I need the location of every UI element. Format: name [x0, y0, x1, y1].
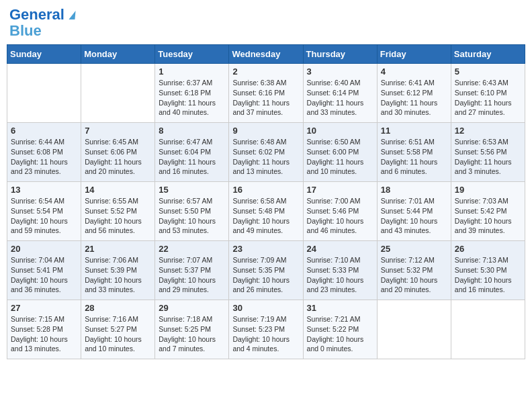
- calendar-cell: 19Sunrise: 7:03 AM Sunset: 5:42 PM Dayli…: [451, 182, 525, 241]
- calendar-cell: 7Sunrise: 6:45 AM Sunset: 6:06 PM Daylig…: [81, 123, 155, 182]
- day-number: 23: [232, 244, 299, 254]
- day-info: Sunrise: 6:44 AM Sunset: 6:08 PM Dayligh…: [11, 137, 77, 177]
- day-info: Sunrise: 7:06 AM Sunset: 5:39 PM Dayligh…: [85, 255, 151, 295]
- day-number: 18: [381, 185, 447, 195]
- calendar-table: SundayMondayTuesdayWednesdayThursdayFrid…: [7, 44, 525, 359]
- day-number: 28: [85, 303, 151, 313]
- day-number: 26: [455, 244, 521, 254]
- day-number: 9: [232, 126, 299, 136]
- calendar-cell: 3Sunrise: 6:40 AM Sunset: 6:14 PM Daylig…: [303, 64, 377, 123]
- day-info: Sunrise: 6:54 AM Sunset: 5:54 PM Dayligh…: [11, 196, 77, 236]
- calendar-cell: 1Sunrise: 6:37 AM Sunset: 6:18 PM Daylig…: [155, 64, 229, 123]
- week-row-2: 6Sunrise: 6:44 AM Sunset: 6:08 PM Daylig…: [7, 123, 525, 182]
- day-number: 27: [11, 303, 77, 313]
- calendar-cell: 10Sunrise: 6:50 AM Sunset: 6:00 PM Dayli…: [303, 123, 377, 182]
- header-day-friday: Friday: [377, 45, 451, 64]
- calendar-cell: [81, 64, 155, 123]
- day-number: 1: [159, 66, 225, 77]
- calendar-cell: 18Sunrise: 7:01 AM Sunset: 5:44 PM Dayli…: [377, 182, 451, 241]
- calendar-cell: 16Sunrise: 6:58 AM Sunset: 5:48 PM Dayli…: [229, 182, 303, 241]
- calendar-cell: 8Sunrise: 6:47 AM Sunset: 6:04 PM Daylig…: [155, 123, 229, 182]
- day-info: Sunrise: 6:45 AM Sunset: 6:06 PM Dayligh…: [85, 137, 151, 177]
- calendar-cell: 15Sunrise: 6:57 AM Sunset: 5:50 PM Dayli…: [155, 182, 229, 241]
- calendar-cell: 27Sunrise: 7:15 AM Sunset: 5:28 PM Dayli…: [7, 300, 81, 359]
- day-info: Sunrise: 6:47 AM Sunset: 6:04 PM Dayligh…: [159, 137, 225, 177]
- calendar-cell: 24Sunrise: 7:10 AM Sunset: 5:33 PM Dayli…: [303, 241, 377, 300]
- day-info: Sunrise: 6:37 AM Sunset: 6:18 PM Dayligh…: [159, 78, 225, 118]
- calendar-cell: 22Sunrise: 7:07 AM Sunset: 5:37 PM Dayli…: [155, 241, 229, 300]
- day-number: 17: [307, 185, 373, 195]
- day-number: 11: [381, 126, 447, 136]
- day-info: Sunrise: 7:07 AM Sunset: 5:37 PM Dayligh…: [159, 255, 225, 295]
- calendar-cell: 25Sunrise: 7:12 AM Sunset: 5:32 PM Dayli…: [377, 241, 451, 300]
- day-info: Sunrise: 6:48 AM Sunset: 6:02 PM Dayligh…: [232, 137, 299, 177]
- calendar-cell: 4Sunrise: 6:41 AM Sunset: 6:12 PM Daylig…: [377, 64, 451, 123]
- header-day-wednesday: Wednesday: [229, 45, 303, 64]
- header-row: SundayMondayTuesdayWednesdayThursdayFrid…: [7, 45, 525, 64]
- day-number: 24: [307, 244, 373, 254]
- day-number: 12: [455, 126, 521, 136]
- calendar-cell: 2Sunrise: 6:38 AM Sunset: 6:16 PM Daylig…: [229, 64, 303, 123]
- day-info: Sunrise: 6:58 AM Sunset: 5:48 PM Dayligh…: [232, 196, 299, 236]
- day-number: 19: [455, 185, 521, 195]
- day-info: Sunrise: 6:55 AM Sunset: 5:52 PM Dayligh…: [85, 196, 151, 236]
- week-row-5: 27Sunrise: 7:15 AM Sunset: 5:28 PM Dayli…: [7, 300, 525, 359]
- day-number: 8: [159, 126, 225, 136]
- day-info: Sunrise: 7:19 AM Sunset: 5:23 PM Dayligh…: [232, 314, 299, 354]
- day-info: Sunrise: 7:03 AM Sunset: 5:42 PM Dayligh…: [455, 196, 521, 236]
- day-info: Sunrise: 6:50 AM Sunset: 6:00 PM Dayligh…: [307, 137, 373, 177]
- page-header: General Blue: [7, 7, 525, 39]
- calendar-cell: 21Sunrise: 7:06 AM Sunset: 5:39 PM Dayli…: [81, 241, 155, 300]
- calendar-cell: [7, 64, 81, 123]
- calendar-cell: 12Sunrise: 6:53 AM Sunset: 5:56 PM Dayli…: [451, 123, 525, 182]
- day-info: Sunrise: 6:43 AM Sunset: 6:10 PM Dayligh…: [455, 78, 521, 118]
- day-number: 3: [307, 66, 373, 77]
- day-info: Sunrise: 6:40 AM Sunset: 6:14 PM Dayligh…: [307, 78, 373, 118]
- day-info: Sunrise: 6:57 AM Sunset: 5:50 PM Dayligh…: [159, 196, 225, 236]
- day-number: 15: [159, 185, 225, 195]
- calendar-cell: 26Sunrise: 7:13 AM Sunset: 5:30 PM Dayli…: [451, 241, 525, 300]
- day-info: Sunrise: 6:38 AM Sunset: 6:16 PM Dayligh…: [232, 78, 299, 118]
- day-number: 10: [307, 126, 373, 136]
- day-number: 20: [11, 244, 77, 254]
- header-day-thursday: Thursday: [303, 45, 377, 64]
- day-info: Sunrise: 7:01 AM Sunset: 5:44 PM Dayligh…: [381, 196, 447, 236]
- calendar-cell: 31Sunrise: 7:21 AM Sunset: 5:22 PM Dayli…: [303, 300, 377, 359]
- calendar-cell: 5Sunrise: 6:43 AM Sunset: 6:10 PM Daylig…: [451, 64, 525, 123]
- day-info: Sunrise: 6:51 AM Sunset: 5:58 PM Dayligh…: [381, 137, 447, 177]
- day-info: Sunrise: 7:09 AM Sunset: 5:35 PM Dayligh…: [232, 255, 299, 295]
- header-day-monday: Monday: [81, 45, 155, 64]
- logo-blue: Blue: [9, 23, 75, 39]
- calendar-cell: 28Sunrise: 7:16 AM Sunset: 5:27 PM Dayli…: [81, 300, 155, 359]
- day-number: 2: [232, 66, 299, 77]
- day-info: Sunrise: 6:53 AM Sunset: 5:56 PM Dayligh…: [455, 137, 521, 177]
- day-info: Sunrise: 7:18 AM Sunset: 5:25 PM Dayligh…: [159, 314, 225, 354]
- calendar-cell: 11Sunrise: 6:51 AM Sunset: 5:58 PM Dayli…: [377, 123, 451, 182]
- day-number: 4: [381, 66, 447, 77]
- calendar-cell: 13Sunrise: 6:54 AM Sunset: 5:54 PM Dayli…: [7, 182, 81, 241]
- day-number: 5: [455, 66, 521, 77]
- day-info: Sunrise: 7:10 AM Sunset: 5:33 PM Dayligh…: [307, 255, 373, 295]
- day-info: Sunrise: 7:12 AM Sunset: 5:32 PM Dayligh…: [381, 255, 447, 295]
- day-number: 14: [85, 185, 151, 195]
- day-info: Sunrise: 6:41 AM Sunset: 6:12 PM Dayligh…: [381, 78, 447, 118]
- logo-arrow-icon: [69, 11, 75, 19]
- logo: General Blue: [9, 7, 75, 39]
- calendar-cell: 23Sunrise: 7:09 AM Sunset: 5:35 PM Dayli…: [229, 241, 303, 300]
- calendar-cell: 6Sunrise: 6:44 AM Sunset: 6:08 PM Daylig…: [7, 123, 81, 182]
- calendar-cell: 14Sunrise: 6:55 AM Sunset: 5:52 PM Dayli…: [81, 182, 155, 241]
- calendar-cell: 29Sunrise: 7:18 AM Sunset: 5:25 PM Dayli…: [155, 300, 229, 359]
- calendar-cell: 17Sunrise: 7:00 AM Sunset: 5:46 PM Dayli…: [303, 182, 377, 241]
- day-number: 25: [381, 244, 447, 254]
- day-number: 16: [232, 185, 299, 195]
- day-number: 31: [307, 303, 373, 313]
- calendar-cell: 30Sunrise: 7:19 AM Sunset: 5:23 PM Dayli…: [229, 300, 303, 359]
- day-info: Sunrise: 7:13 AM Sunset: 5:30 PM Dayligh…: [455, 255, 521, 295]
- day-info: Sunrise: 7:15 AM Sunset: 5:28 PM Dayligh…: [11, 314, 77, 354]
- header-day-sunday: Sunday: [7, 45, 81, 64]
- week-row-4: 20Sunrise: 7:04 AM Sunset: 5:41 PM Dayli…: [7, 241, 525, 300]
- day-number: 22: [159, 244, 225, 254]
- day-number: 6: [11, 126, 77, 136]
- calendar-cell: [451, 300, 525, 359]
- day-number: 13: [11, 185, 77, 195]
